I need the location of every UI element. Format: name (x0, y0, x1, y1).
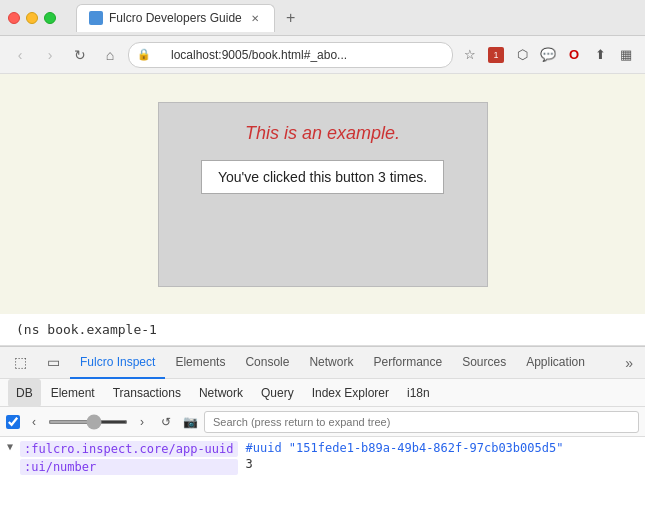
traffic-lights (8, 12, 56, 24)
minimize-button[interactable] (26, 12, 38, 24)
vpn-icon[interactable]: ⬆ (589, 44, 611, 66)
subtab-query[interactable]: Query (253, 379, 302, 407)
tree-slider[interactable] (48, 420, 128, 424)
devtools-element-icon[interactable]: ▭ (37, 347, 70, 379)
tab-title: Fulcro Developers Guide (109, 11, 242, 25)
data-values-column: #uuid "151fede1-b89a-49b4-862f-97cb03b00… (238, 437, 572, 485)
slider-container (48, 420, 128, 424)
toolbar-icons: ☆ 1 ⬡ 💬 O ⬆ ▦ (459, 44, 637, 66)
opera-icon[interactable]: O (563, 44, 585, 66)
tab-sources[interactable]: Sources (452, 347, 516, 379)
extension-icon[interactable]: 1 (485, 44, 507, 66)
back-button[interactable]: ‹ (8, 43, 32, 67)
close-button[interactable] (8, 12, 20, 24)
new-tab-button[interactable]: + (279, 6, 303, 30)
tab-bar: Fulcro Developers Guide ✕ + (76, 4, 629, 32)
refresh-tree-button[interactable]: ↺ (156, 412, 176, 432)
data-value-uuid: #uuid "151fede1-b89a-49b4-862f-97cb03b00… (246, 441, 564, 455)
home-button[interactable]: ⌂ (98, 43, 122, 67)
address-bar: ‹ › ↻ ⌂ 🔒 localhost:9005/book.html#_abo.… (0, 36, 645, 74)
data-keys-column: :fulcro.inspect.core/app-uuid :ui/number (20, 437, 238, 485)
main-content: This is an example. You've clicked this … (0, 74, 645, 314)
code-snippet: (ns book.example-1 (0, 314, 645, 346)
data-value-number: 3 (246, 457, 564, 471)
browser-tab[interactable]: Fulcro Developers Guide ✕ (76, 4, 275, 32)
search-input[interactable] (204, 411, 639, 433)
subtab-network[interactable]: Network (191, 379, 251, 407)
example-box: This is an example. You've clicked this … (158, 102, 488, 287)
tab-performance[interactable]: Performance (363, 347, 452, 379)
url-text: localhost:9005/book.html#_abo... (171, 48, 347, 62)
click-counter-text: You've clicked this button 3 times. (218, 169, 427, 185)
expand-checkbox[interactable] (6, 415, 20, 429)
title-bar: Fulcro Developers Guide ✕ + (0, 0, 645, 36)
prev-button[interactable]: ‹ (24, 412, 44, 432)
subtab-transactions[interactable]: Transactions (105, 379, 189, 407)
devtools-data-view: ▼ :fulcro.inspect.core/app-uuid :ui/numb… (0, 437, 645, 485)
subtab-element[interactable]: Element (43, 379, 103, 407)
code-text: (ns book.example-1 (16, 322, 157, 337)
address-input[interactable]: 🔒 localhost:9005/book.html#_abo... (128, 42, 453, 68)
devtools-controls-row: ‹ › ↺ 📷 (0, 407, 645, 437)
forward-button[interactable]: › (38, 43, 62, 67)
devtools-main-tabs: ⬚ ▭ Fulcro Inspect Elements Console Netw… (0, 347, 645, 379)
cloud-icon[interactable]: ⬡ (511, 44, 533, 66)
snapshot-button[interactable]: 📷 (180, 412, 200, 432)
data-key-ui-number[interactable]: :ui/number (20, 459, 238, 475)
example-title: This is an example. (245, 123, 400, 144)
tab-elements[interactable]: Elements (165, 347, 235, 379)
tab-fulcro-inspect[interactable]: Fulcro Inspect (70, 347, 165, 379)
tab-favicon (89, 11, 103, 25)
sidebar-icon[interactable]: ▦ (615, 44, 637, 66)
message-icon[interactable]: 💬 (537, 44, 559, 66)
data-key-app-uuid[interactable]: :fulcro.inspect.core/app-uuid (20, 441, 238, 457)
tree-collapse-button[interactable]: ▼ (0, 437, 20, 485)
lock-icon: 🔒 (137, 48, 151, 61)
star-icon[interactable]: ☆ (459, 44, 481, 66)
tab-console[interactable]: Console (235, 347, 299, 379)
maximize-button[interactable] (44, 12, 56, 24)
refresh-button[interactable]: ↻ (68, 43, 92, 67)
devtools-inspect-icon[interactable]: ⬚ (4, 347, 37, 379)
devtools-sub-tabs: DB Element Transactions Network Query In… (0, 379, 645, 407)
tab-close-button[interactable]: ✕ (248, 11, 262, 25)
click-counter-box: You've clicked this button 3 times. (201, 160, 444, 194)
tab-network[interactable]: Network (299, 347, 363, 379)
subtab-index-explorer[interactable]: Index Explorer (304, 379, 397, 407)
tab-application[interactable]: Application (516, 347, 595, 379)
next-button[interactable]: › (132, 412, 152, 432)
devtools-panel: ⬚ ▭ Fulcro Inspect Elements Console Netw… (0, 346, 645, 485)
subtab-db[interactable]: DB (8, 379, 41, 407)
devtools-more-button[interactable]: » (617, 355, 641, 371)
subtab-i18n[interactable]: i18n (399, 379, 438, 407)
